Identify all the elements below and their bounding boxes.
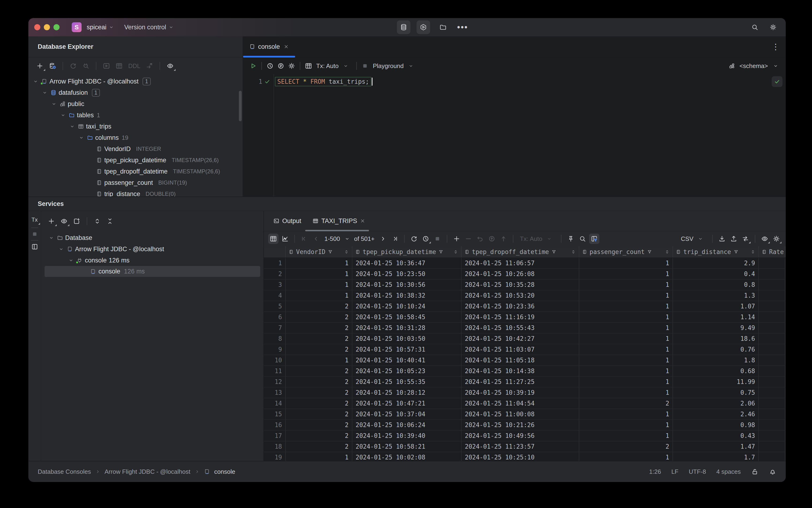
layout-panel-icon[interactable]: [31, 243, 38, 251]
grid-row[interactable]: 522024-01-25 10:10:242024-01-25 10:23:36…: [264, 301, 786, 312]
grid-cell[interactable]: 2: [286, 366, 352, 377]
chevron-down-icon[interactable]: [50, 101, 57, 107]
grid-cell[interactable]: 1.14: [673, 312, 759, 323]
grid-cell[interactable]: 2024-01-25 10:31:28: [352, 323, 461, 334]
tab-output[interactable]: Output: [268, 211, 307, 231]
tree-row[interactable]: tables1: [28, 110, 242, 121]
tx-filter-button[interactable]: Tx: [29, 214, 40, 225]
grid-cell[interactable]: 1: [286, 355, 352, 366]
grid-cell[interactable]: 2024-01-25 10:58:45: [352, 312, 461, 323]
grid-cell[interactable]: 1.3: [673, 290, 759, 301]
grid-cell[interactable]: 2: [286, 377, 352, 387]
grid-cell[interactable]: 2: [286, 387, 352, 398]
revert-icon[interactable]: [475, 234, 485, 244]
grid-cell[interactable]: 2: [579, 441, 673, 452]
grid-cell[interactable]: 2: [286, 431, 352, 441]
grid-cell[interactable]: 2024-01-25 10:40:41: [352, 355, 461, 366]
filter-funnel-icon[interactable]: [733, 249, 739, 254]
grid-view-icon[interactable]: [268, 234, 278, 244]
grid-cell[interactable]: [759, 387, 785, 398]
tree-row[interactable]: columns19: [28, 132, 242, 143]
tree-row[interactable]: console126 ms: [41, 255, 264, 266]
grid-cell[interactable]: 2024-01-25 11:23:57: [461, 441, 579, 452]
filter-funnel-icon[interactable]: [328, 249, 333, 254]
grid-row[interactable]: 1322024-01-25 10:28:122024-01-25 10:39:1…: [264, 387, 786, 398]
project-files-button[interactable]: [436, 20, 450, 34]
close-window-button[interactable]: [34, 24, 40, 30]
grid-cell[interactable]: [759, 312, 785, 323]
reload-icon[interactable]: [409, 234, 419, 244]
filter-funnel-icon[interactable]: [647, 249, 652, 254]
upload-changes-icon[interactable]: [498, 234, 509, 244]
grid-row[interactable]: 1722024-01-25 10:39:402024-01-25 10:49:5…: [264, 431, 786, 441]
filter-funnel-icon[interactable]: [438, 249, 444, 254]
grid-cell[interactable]: [759, 431, 785, 441]
filter-panel-icon[interactable]: [589, 234, 599, 244]
grid-cell[interactable]: [759, 398, 785, 409]
grid-cell[interactable]: 0.75: [673, 387, 759, 398]
export-download-icon[interactable]: [717, 234, 727, 244]
grid-cell[interactable]: 1: [579, 334, 673, 344]
grid-cell[interactable]: 1: [579, 387, 673, 398]
grid-cell[interactable]: 1: [579, 258, 673, 269]
grid-cell[interactable]: [759, 269, 785, 280]
grid-cell[interactable]: 2024-01-25 10:30:56: [352, 280, 461, 290]
grid-cell[interactable]: 1: [579, 323, 673, 334]
grid-cell[interactable]: 2024-01-25 10:39:40: [352, 431, 461, 441]
grid-row[interactable]: 1522024-01-25 10:37:042024-01-25 11:00:0…: [264, 409, 786, 420]
grid-cell[interactable]: 2024-01-25 11:27:25: [461, 377, 579, 387]
grid-cell[interactable]: 2024-01-25 10:05:23: [352, 366, 461, 377]
tree-row[interactable]: tpep_pickup_datetimeTIMESTAMP(26,6): [28, 155, 242, 166]
grid-cell[interactable]: 2024-01-25 10:39:19: [461, 387, 579, 398]
chevron-down-icon[interactable]: [69, 124, 76, 129]
auto-refresh-clock-icon[interactable]: [420, 234, 431, 244]
version-control-menu[interactable]: Version control: [124, 24, 174, 31]
grid-cell[interactable]: 2024-01-25 10:57:31: [352, 344, 461, 355]
zoom-window-button[interactable]: [53, 24, 59, 30]
jump-to-console-icon[interactable]: [101, 60, 112, 71]
column-header-tpep_dropoff_datetime[interactable]: tpep_dropoff_datetime: [461, 246, 579, 257]
grid-cell[interactable]: 1: [286, 452, 352, 461]
grid-cell[interactable]: 2024-01-25 10:28:12: [352, 387, 461, 398]
grid-row[interactable]: 622024-01-25 10:58:452024-01-25 11:16:19…: [264, 312, 786, 323]
stop-icon[interactable]: [432, 234, 443, 244]
grid-cell[interactable]: 2024-01-25 10:10:24: [352, 301, 461, 312]
grid-cell[interactable]: 1: [579, 452, 673, 461]
grid-cell[interactable]: [759, 301, 785, 312]
grid-cell[interactable]: [759, 344, 785, 355]
run-query-icon[interactable]: [248, 60, 259, 71]
editor-options-kebab-icon[interactable]: ⋮: [772, 42, 780, 51]
disconnect-icon[interactable]: [80, 60, 91, 71]
project-menu[interactable]: spiceai: [87, 24, 114, 31]
grid-cell[interactable]: 2024-01-25 10:03:50: [352, 334, 461, 344]
view-options-eye-icon[interactable]: [165, 60, 176, 71]
grid-cell[interactable]: 2024-01-25 10:35:28: [461, 280, 579, 290]
export-format-select[interactable]: CSV: [681, 234, 706, 244]
add-service-icon[interactable]: [46, 216, 57, 226]
tree-row[interactable]: Arrow Flight JDBC - @localhost: [41, 244, 264, 255]
grid-cell[interactable]: 1.8: [673, 355, 759, 366]
grid-row[interactable]: 412024-01-25 10:38:322024-01-25 10:53:20…: [264, 290, 786, 301]
view-options-eye-icon[interactable]: [760, 234, 770, 244]
chevron-down-icon[interactable]: [58, 247, 65, 252]
grid-cell[interactable]: 1: [579, 344, 673, 355]
breadcrumb-item[interactable]: Database Consoles: [38, 468, 91, 475]
chevron-down-icon[interactable]: [32, 79, 39, 84]
column-header-VendorID[interactable]: VendorID: [286, 246, 352, 257]
datasource-settings-icon[interactable]: [47, 60, 58, 71]
grid-cell[interactable]: 2024-01-25 11:16:19: [461, 312, 579, 323]
caret-position[interactable]: 1:26: [649, 468, 661, 475]
grid-cell[interactable]: 11.99: [673, 377, 759, 387]
grid-cell[interactable]: [759, 409, 785, 420]
minimize-window-button[interactable]: [44, 24, 50, 30]
grid-cell[interactable]: 0.4: [673, 269, 759, 280]
grid-cell[interactable]: [759, 355, 785, 366]
grid-cell[interactable]: 0.43: [673, 431, 759, 441]
chart-view-icon[interactable]: [280, 234, 290, 244]
chevron-down-icon[interactable]: [48, 235, 55, 241]
open-table-icon[interactable]: [114, 60, 125, 71]
grid-cell[interactable]: 2: [286, 409, 352, 420]
search-icon[interactable]: [751, 24, 759, 31]
grid-cell[interactable]: 2024-01-25 11:04:54: [461, 398, 579, 409]
column-header-trip_distance[interactable]: trip_distance: [673, 246, 759, 257]
